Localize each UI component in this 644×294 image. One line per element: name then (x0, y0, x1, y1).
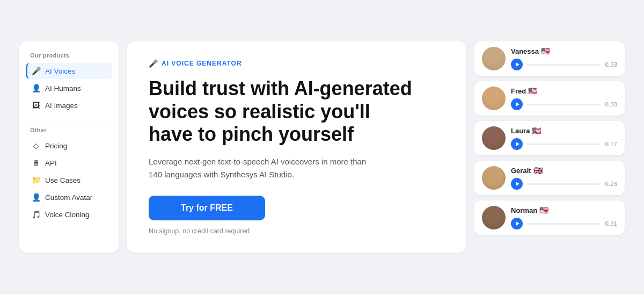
voice-info-laura: Laura 🇺🇸 0.17 (511, 126, 617, 150)
voice-flag-vanessa: 🇺🇸 (541, 47, 550, 55)
voice-clone-icon: 🎵 (31, 210, 41, 219)
voice-name-norman: Norman 🇺🇸 (511, 206, 617, 214)
other-section-label: Other (26, 127, 112, 133)
avatar-norman (482, 206, 506, 230)
product-badge: 🎤 AI VOICE GENERATOR (149, 59, 242, 68)
sidebar-item-pricing[interactable]: ◇ Pricing (26, 138, 112, 154)
voice-flag-fred: 🇺🇸 (528, 87, 537, 95)
image-icon: 🖼 (31, 101, 41, 110)
sidebar-item-custom-avatar-label: Custom Avatar (45, 193, 92, 202)
sidebar-divider (26, 120, 112, 120)
voice-card-laura: Laura 🇺🇸 0.17 (474, 121, 625, 155)
main-subtext: Leverage next-gen text-to-speech AI voic… (149, 155, 379, 181)
voice-flag-laura: 🇺🇸 (532, 126, 541, 135)
main-content: 🎤 AI VOICE GENERATOR Build trust with AI… (127, 41, 466, 253)
voice-card-geralt: Geralt 🇬🇧 0.23 (474, 161, 625, 195)
sidebar-item-ai-voices-label: AI Voices (45, 67, 75, 75)
cta-button[interactable]: Try for FREE (149, 196, 265, 220)
avatar-geralt (482, 166, 506, 190)
avatar-laura (482, 126, 506, 150)
voice-controls-laura: 0.17 (511, 138, 617, 150)
cta-note: No signup, no credit card required (149, 227, 250, 235)
human-icon: 👤 (31, 84, 41, 92)
voice-name-vanessa: Vanessa 🇺🇸 (511, 47, 617, 55)
voice-duration-norman: 0.31 (604, 220, 617, 227)
sidebar-item-api-label: API (45, 159, 57, 167)
sidebar-item-ai-humans-label: AI Humans (45, 84, 81, 92)
voice-progress-laura (527, 144, 600, 145)
voice-duration-fred: 0.30 (604, 101, 617, 107)
sidebar-item-pricing-label: Pricing (45, 142, 67, 150)
voice-card-norman: Norman 🇺🇸 0.31 (474, 200, 625, 235)
mic-icon: 🎤 (31, 67, 41, 75)
sidebar-item-use-cases-label: Use Cases (45, 176, 80, 184)
sidebar-item-ai-humans[interactable]: 👤 AI Humans (26, 80, 112, 96)
play-button-geralt[interactable] (511, 178, 523, 190)
voice-duration-laura: 0.17 (604, 141, 617, 147)
badge-icon: 🎤 (149, 59, 158, 68)
voice-duration-vanessa: 0.33 (604, 61, 617, 68)
play-button-laura[interactable] (511, 138, 523, 150)
products-section-label: Our products (26, 52, 112, 59)
voice-controls-vanessa: 0.33 (511, 59, 617, 70)
avatar-vanessa (482, 47, 506, 70)
api-icon: 🖥 (31, 159, 41, 167)
voice-progress-geralt (527, 183, 600, 185)
avatar-fred (482, 87, 506, 110)
play-button-vanessa[interactable] (511, 59, 523, 70)
voice-info-geralt: Geralt 🇬🇧 0.23 (511, 166, 617, 190)
voice-duration-geralt: 0.23 (604, 181, 617, 187)
voice-name-fred: Fred 🇺🇸 (511, 87, 617, 95)
voice-progress-vanessa (527, 64, 600, 66)
avatar-icon: 👤 (31, 193, 41, 202)
sidebar-item-ai-voices[interactable]: 🎤 AI Voices (26, 63, 112, 79)
sidebar-item-api[interactable]: 🖥 API (26, 155, 112, 171)
main-headline: Build trust with AI-generated voices so … (149, 77, 417, 146)
folder-icon: 📁 (31, 176, 41, 184)
badge-text: AI VOICE GENERATOR (162, 60, 242, 67)
voice-controls-fred: 0.30 (511, 98, 617, 110)
voice-progress-fred (527, 104, 600, 105)
voice-flag-geralt: 🇬🇧 (533, 166, 543, 175)
voice-card-fred: Fred 🇺🇸 0.30 (474, 81, 625, 116)
voice-controls-geralt: 0.23 (511, 178, 617, 190)
voice-info-norman: Norman 🇺🇸 0.31 (511, 206, 617, 230)
voice-progress-norman (527, 223, 600, 225)
play-button-norman[interactable] (511, 218, 523, 230)
voice-controls-norman: 0.31 (511, 218, 617, 230)
page-container: Our products 🎤 AI Voices 👤 AI Humans 🖼 A… (11, 33, 633, 261)
voice-name-geralt: Geralt 🇬🇧 (511, 166, 617, 175)
play-button-fred[interactable] (511, 98, 523, 110)
voice-card-vanessa: Vanessa 🇺🇸 0.33 (474, 41, 625, 76)
sidebar-item-voice-cloning[interactable]: 🎵 Voice Cloning (26, 206, 112, 223)
voices-panel: Vanessa 🇺🇸 0.33 Fred 🇺🇸 (474, 41, 625, 253)
sidebar-item-voice-cloning-label: Voice Cloning (45, 211, 90, 219)
sidebar-item-ai-images-label: AI Images (45, 102, 78, 110)
voice-flag-norman: 🇺🇸 (539, 206, 548, 214)
sidebar-item-custom-avatar[interactable]: 👤 Custom Avatar (26, 189, 112, 205)
voice-info-fred: Fred 🇺🇸 0.30 (511, 87, 617, 110)
voice-name-laura: Laura 🇺🇸 (511, 126, 617, 135)
pricing-icon: ◇ (31, 141, 41, 150)
sidebar: Our products 🎤 AI Voices 👤 AI Humans 🖼 A… (19, 41, 119, 253)
voice-info-vanessa: Vanessa 🇺🇸 0.33 (511, 47, 617, 70)
sidebar-item-use-cases[interactable]: 📁 Use Cases (26, 172, 112, 188)
sidebar-item-ai-images[interactable]: 🖼 AI Images (26, 97, 112, 113)
